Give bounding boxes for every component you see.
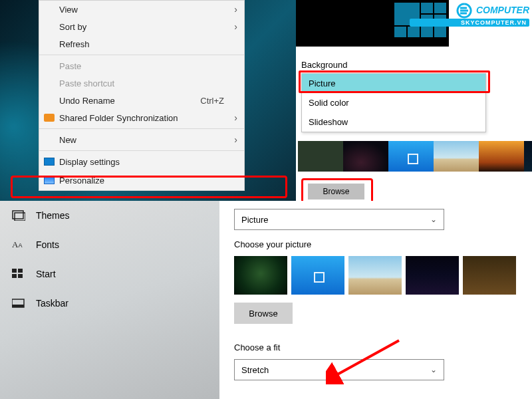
chevron-right-icon: › (234, 112, 237, 123)
brand-text: COMPUTER (476, 5, 529, 15)
picture-thumbnail[interactable] (463, 256, 516, 295)
sync-icon (44, 114, 55, 122)
menu-label: Refresh (59, 39, 90, 49)
picture-thumbnail[interactable] (479, 141, 524, 172)
separator (39, 150, 244, 151)
settings-sidebar: Themes AA Fonts Start Taskbar (0, 201, 219, 399)
chevron-right-icon: › (234, 4, 237, 15)
personalization-settings: Picture ⌄ Choose your picture Browse Cho… (219, 201, 532, 399)
sidebar-label: Taskbar (36, 298, 68, 309)
recent-pictures-strip (298, 141, 532, 172)
keyboard-shortcut: Ctrl+Z (200, 96, 224, 106)
logo-icon (455, 3, 473, 19)
sidebar-item-themes[interactable]: Themes (0, 201, 219, 230)
menu-label: Paste shortcut (59, 78, 114, 88)
menu-refresh[interactable]: Refresh (39, 35, 244, 53)
picture-thumbnail[interactable] (348, 256, 402, 295)
picture-thumbnails (234, 256, 523, 295)
sidebar-item-fonts[interactable]: AA Fonts (0, 230, 219, 259)
menu-paste: Paste (39, 57, 244, 74)
picture-thumbnail[interactable] (434, 141, 479, 172)
chevron-down-icon: ⌄ (430, 215, 437, 224)
svg-rect-4 (12, 274, 17, 278)
picture-thumbnail[interactable] (234, 256, 287, 295)
chevron-down-icon: ⌄ (430, 365, 437, 374)
menu-label: Personalize (59, 176, 104, 186)
browse-button[interactable]: Browse (308, 184, 364, 200)
select-value: Picture (241, 215, 268, 225)
background-dropdown-open: Picture Solid color Slideshow (301, 73, 486, 132)
choose-fit-label: Choose a fit (234, 342, 523, 352)
fit-select[interactable]: Stretch ⌄ (234, 359, 444, 380)
menu-label: Display settings (59, 157, 120, 167)
svg-rect-2 (12, 269, 17, 273)
picture-thumbnail[interactable] (406, 256, 459, 295)
background-type-select[interactable]: Picture ⌄ (234, 209, 444, 230)
menu-label: Shared Folder Synchronization (59, 113, 178, 123)
picture-thumbnail[interactable] (388, 141, 434, 172)
option-solid-color[interactable]: Solid color (302, 93, 485, 112)
svg-rect-7 (12, 305, 24, 307)
separator (39, 128, 244, 129)
menu-label: Sort by (59, 22, 86, 32)
personalize-icon (44, 176, 55, 184)
sidebar-item-taskbar[interactable]: Taskbar (0, 289, 219, 318)
chevron-right-icon: › (234, 21, 237, 32)
svg-rect-5 (18, 274, 23, 278)
menu-display-settings[interactable]: Display settings (39, 153, 244, 170)
select-value: Stretch (241, 365, 269, 375)
menu-label: View (59, 5, 78, 15)
sidebar-label: Fonts (36, 239, 59, 250)
sidebar-item-start[interactable]: Start (0, 259, 219, 289)
monitor-icon (44, 158, 55, 166)
menu-paste-shortcut: Paste shortcut (39, 74, 244, 92)
menu-personalize[interactable]: Personalize (39, 170, 244, 190)
brand-site: SKYCOMPUTER.VN (410, 19, 529, 27)
menu-shared-folder[interactable]: Shared Folder Synchronization › (39, 109, 244, 126)
menu-sort-by[interactable]: Sort by › (39, 18, 244, 35)
picture-thumbnail[interactable] (291, 256, 344, 295)
watermark-logo: COMPUTER SKYCOMPUTER.VN (410, 3, 529, 27)
background-label: Background (301, 60, 347, 70)
menu-undo-rename[interactable]: Undo Rename Ctrl+Z (39, 92, 244, 109)
menu-view[interactable]: View › (39, 1, 244, 18)
option-picture[interactable]: Picture (302, 74, 485, 93)
picture-thumbnail[interactable] (524, 141, 532, 172)
start-icon (12, 269, 25, 279)
desktop-context-menu: View › Sort by › Refresh Paste Paste sho… (39, 0, 245, 191)
menu-label: New (59, 135, 76, 145)
chevron-right-icon: › (234, 134, 237, 145)
menu-label: Paste (59, 61, 81, 71)
themes-icon (12, 210, 25, 221)
browse-button[interactable]: Browse (234, 303, 293, 324)
sidebar-label: Start (36, 269, 56, 279)
picture-thumbnail[interactable] (343, 141, 388, 172)
desktop-background: View › Sort by › Refresh Paste Paste sho… (0, 0, 296, 201)
svg-rect-3 (18, 269, 23, 273)
taskbar-icon (12, 298, 25, 309)
fonts-icon: AA (12, 239, 25, 250)
option-slideshow[interactable]: Slideshow (302, 112, 485, 132)
sidebar-label: Themes (36, 210, 70, 221)
menu-new[interactable]: New › (39, 131, 244, 148)
separator (39, 55, 244, 55)
background-settings-panel: COMPUTER SKYCOMPUTER.VN Background Pictu… (296, 0, 532, 201)
choose-picture-label: Choose your picture (234, 239, 523, 249)
menu-label: Undo Rename (59, 96, 115, 106)
picture-thumbnail[interactable] (298, 141, 343, 172)
